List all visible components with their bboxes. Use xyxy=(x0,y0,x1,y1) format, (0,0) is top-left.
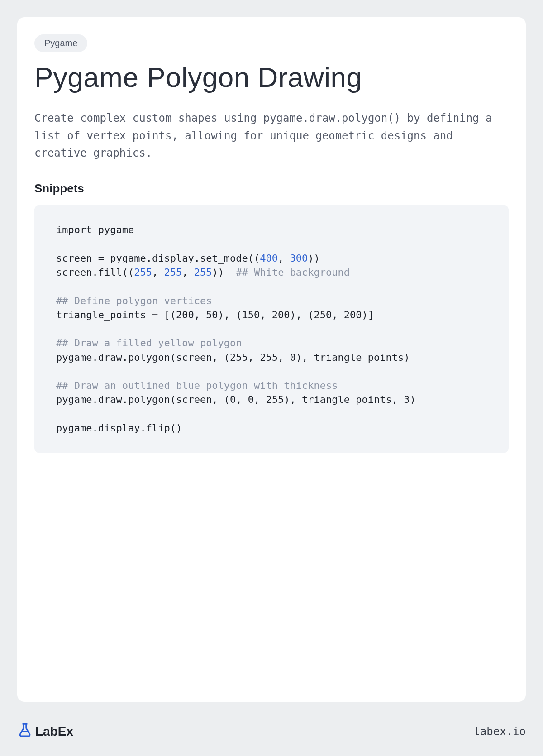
code-comment: ## White background xyxy=(236,267,350,278)
code-text: pygame.draw.polygon(screen, (0, 0, 255),… xyxy=(56,394,416,405)
brand-logo[interactable]: LabEx xyxy=(17,722,73,741)
code-text: screen = pygame.display.set_mode(( xyxy=(56,253,260,264)
code-number: 255 xyxy=(194,267,212,278)
code-text: , xyxy=(182,267,194,278)
code-text: , xyxy=(278,253,290,264)
flask-icon xyxy=(17,722,33,741)
tag-row: Pygame xyxy=(34,34,509,52)
code-text: )) xyxy=(212,267,236,278)
code-number: 255 xyxy=(164,267,182,278)
code-comment: ## Draw an outlined blue polygon with th… xyxy=(56,380,338,391)
code-text: triangle_points = [(200, 50), (150, 200)… xyxy=(56,309,374,321)
code-text: screen.fill(( xyxy=(56,267,134,278)
code-number: 400 xyxy=(260,253,278,264)
code-number: 300 xyxy=(290,253,308,264)
code-text: pygame xyxy=(92,224,134,235)
brand-name: LabEx xyxy=(35,724,73,739)
footer-url[interactable]: labex.io xyxy=(473,725,526,738)
code-number: 255 xyxy=(134,267,152,278)
code-text: , xyxy=(152,267,164,278)
code-text: )) xyxy=(308,253,320,264)
code-text: pygame.display.flip() xyxy=(56,422,182,434)
code-snippet: import pygame screen = pygame.display.se… xyxy=(34,205,509,453)
code-comment: ## Define polygon vertices xyxy=(56,295,212,306)
snippets-heading: Snippets xyxy=(34,182,509,196)
page-title: Pygame Polygon Drawing xyxy=(34,61,509,93)
code-keyword: import xyxy=(56,224,92,235)
code-comment: ## Draw a filled yellow polygon xyxy=(56,337,242,349)
content-card: Pygame Pygame Polygon Drawing Create com… xyxy=(17,17,526,702)
footer: LabEx labex.io xyxy=(17,722,526,741)
code-text: pygame.draw.polygon(screen, (255, 255, 0… xyxy=(56,352,410,363)
category-tag[interactable]: Pygame xyxy=(34,34,87,52)
description-text: Create complex custom shapes using pygam… xyxy=(34,110,509,162)
